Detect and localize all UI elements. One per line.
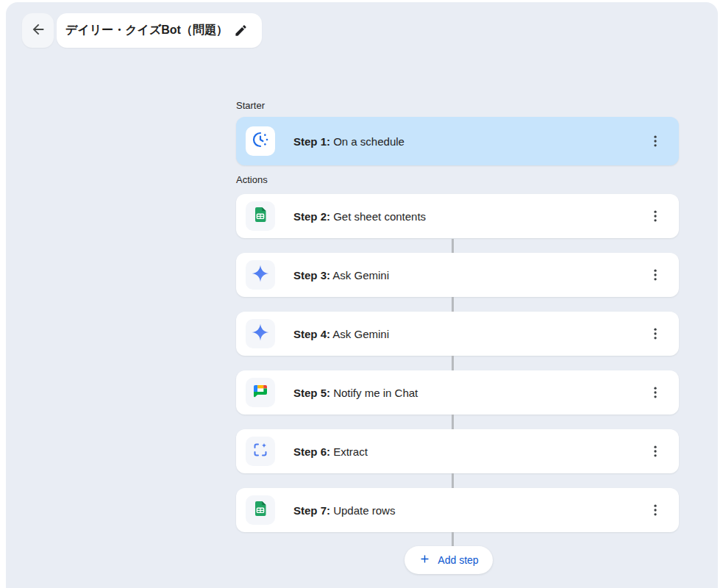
pencil-icon: [234, 24, 248, 37]
step-3-menu-button[interactable]: [647, 266, 664, 284]
step-2-label: Step 2: Get sheet contents: [293, 210, 426, 223]
connector-line: [452, 415, 454, 429]
gemini-icon: [251, 264, 270, 286]
step-7-icon-tile: [246, 495, 275, 525]
step-2-prefix: Step 2:: [293, 210, 330, 223]
step-4-icon-tile: [246, 319, 275, 348]
step-1-menu-button[interactable]: [647, 132, 664, 150]
step-card-2[interactable]: Step 2: Get sheet contents: [236, 194, 679, 238]
google-chat-icon: [252, 382, 269, 403]
more-vertical-icon: [648, 209, 663, 223]
flow-canvas: デイリー・クイズBot（問題） Starter Actions Step 1: …: [6, 2, 718, 588]
more-vertical-icon: [648, 503, 663, 517]
plus-icon: [419, 553, 431, 568]
step-4-menu-button[interactable]: [647, 325, 664, 343]
actions-section-label: Actions: [236, 174, 268, 185]
step-4-prefix: Step 4:: [293, 328, 330, 340]
step-4-title: Ask Gemini: [332, 328, 389, 340]
step-1-label: Step 1: On a schedule: [293, 135, 405, 148]
more-vertical-icon: [648, 134, 663, 148]
step-6-label: Step 6: Extract: [293, 445, 368, 458]
connector-line: [452, 473, 454, 488]
step-3-prefix: Step 3:: [293, 269, 330, 282]
step-6-menu-button[interactable]: [647, 442, 664, 460]
step-7-menu-button[interactable]: [647, 501, 664, 519]
step-2-title: Get sheet contents: [333, 210, 426, 223]
step-7-title: Update rows: [333, 504, 395, 517]
step-5-label: Step 5: Notify me in Chat: [293, 387, 418, 399]
step-card-5[interactable]: Step 5: Notify me in Chat: [236, 370, 679, 415]
add-step-button[interactable]: Add step: [405, 546, 493, 574]
arrow-back-icon: [30, 21, 46, 40]
step-7-prefix: Step 7:: [293, 504, 330, 517]
step-card-3[interactable]: Step 3: Ask Gemini: [236, 253, 679, 297]
add-step-label: Add step: [438, 554, 478, 566]
step-5-menu-button[interactable]: [647, 384, 664, 401]
google-sheets-icon: [252, 500, 269, 520]
step-7-label: Step 7: Update rows: [293, 504, 395, 517]
step-1-icon-tile: [246, 126, 275, 156]
step-3-title: Ask Gemini: [332, 269, 389, 282]
step-card-4[interactable]: Step 4: Ask Gemini: [236, 312, 679, 356]
back-button[interactable]: [22, 13, 54, 48]
step-6-title: Extract: [333, 445, 368, 458]
step-3-icon-tile: [246, 260, 275, 290]
step-card-1[interactable]: Step 1: On a schedule: [236, 117, 679, 165]
connector-line: [452, 356, 454, 370]
extract-icon: [252, 441, 269, 462]
more-vertical-icon: [648, 385, 663, 400]
google-sheets-icon: [252, 206, 269, 226]
more-vertical-icon: [648, 268, 663, 282]
more-vertical-icon: [648, 326, 663, 341]
step-6-icon-tile: [246, 437, 275, 466]
step-4-label: Step 4: Ask Gemini: [293, 328, 389, 340]
step-1-prefix: Step 1:: [293, 135, 330, 148]
step-2-menu-button[interactable]: [647, 207, 664, 225]
step-1-title: On a schedule: [333, 135, 405, 148]
connector-line: [452, 297, 454, 312]
gemini-icon: [251, 323, 270, 345]
connector-line: [452, 532, 454, 546]
step-5-prefix: Step 5:: [293, 387, 330, 399]
step-card-6[interactable]: Step 6: Extract: [236, 429, 679, 473]
step-5-title: Notify me in Chat: [333, 387, 418, 399]
schedule-icon: [252, 131, 269, 151]
step-2-icon-tile: [246, 201, 275, 231]
flow-title: デイリー・クイズBot（問題）: [65, 23, 228, 38]
step-3-label: Step 3: Ask Gemini: [293, 269, 389, 282]
edit-title-button[interactable]: [232, 22, 249, 40]
step-card-7[interactable]: Step 7: Update rows: [236, 488, 679, 532]
more-vertical-icon: [648, 444, 663, 459]
step-5-icon-tile: [246, 378, 275, 407]
starter-section-label: Starter: [236, 100, 265, 111]
step-6-prefix: Step 6:: [293, 445, 330, 458]
flow-title-pill: デイリー・クイズBot（問題）: [57, 13, 262, 48]
connector-line: [452, 239, 454, 253]
